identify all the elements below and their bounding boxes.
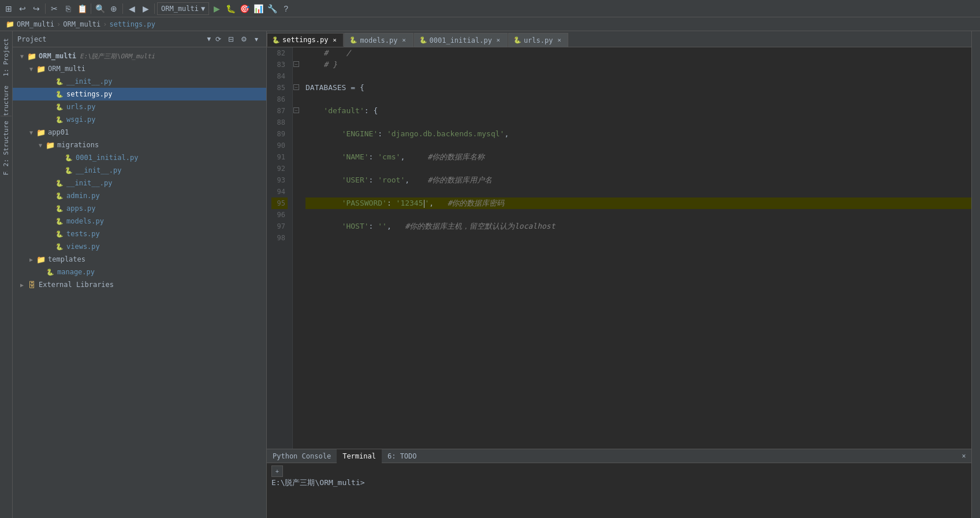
toolbar-btn-redo[interactable]: ↪ (30, 2, 43, 15)
breadcrumb: 📁 ORM_multi › ORM_multi › settings.py (0, 17, 980, 31)
code-editor[interactable]: 82 83 84 85 86 87 88 89 90 91 92 93 94 9… (267, 47, 971, 449)
panel-collapse-btn[interactable]: ⊟ (226, 34, 236, 44)
toolbar-btn-tools[interactable]: 🔧 (266, 2, 278, 15)
bottom-panel: Python Console Terminal 6: TODO × + E:\脱… (267, 449, 971, 518)
tree-item-init-migrations[interactable]: 🐍 __init__.py (13, 164, 266, 177)
tree-label-apps: apps.py (66, 204, 96, 213)
toolbar-btn-zoom-in[interactable]: ⊕ (107, 2, 120, 15)
ln-96: 96 (271, 209, 288, 221)
tree-label-manage: manage.py (57, 268, 95, 276)
ln-87: 87 (271, 105, 288, 117)
terminal-content[interactable]: + E:\脱产三期\ORM_multi> (267, 463, 971, 518)
tree-item-models[interactable]: 🐍 models.py (13, 215, 266, 228)
py-icon-views: 🐍 (54, 243, 65, 251)
tree-item-urls[interactable]: 🐍 urls.py (13, 100, 266, 113)
toolbar-btn-help[interactable]: ? (280, 2, 292, 15)
toolbar-btn-grid[interactable]: ⊞ (2, 2, 15, 15)
folder-icon-templates: 📁 (36, 255, 46, 264)
tree-item-tests[interactable]: 🐍 tests.py (13, 228, 266, 240)
profile-button[interactable]: 📊 (252, 2, 264, 15)
ln-90: 90 (271, 140, 288, 151)
tab-settings[interactable]: 🐍 settings.py × (267, 33, 344, 47)
panel-dropdown-arrow[interactable]: ▼ (207, 35, 211, 43)
gutter-91 (293, 151, 301, 163)
toolbar-btn-paste[interactable]: 📋 (76, 2, 88, 15)
ln-85: 85 (271, 82, 288, 94)
tree-item-manage[interactable]: 🐍 manage.py (13, 266, 266, 278)
tree-label-root: ORM_multi (39, 52, 76, 60)
tab-close-settings[interactable]: × (330, 36, 338, 44)
code-line-84 (305, 70, 971, 82)
right-strip (971, 31, 980, 518)
tree-label-views: views.py (66, 243, 100, 251)
tree-item-views[interactable]: 🐍 views.py (13, 240, 266, 253)
tree-item-init-app01[interactable]: 🐍 __init__.py (13, 177, 266, 189)
tab-initial[interactable]: 🐍 0001_initial.py × (414, 33, 508, 47)
tree-item-init1[interactable]: 🐍 __init__.py (13, 75, 266, 88)
toolbar-btn-copy[interactable]: ⎘ (62, 2, 74, 15)
ext-icon: 🗄 (27, 281, 37, 289)
code-line-88 (305, 117, 971, 128)
bottom-tabs: Python Console Terminal 6: TODO × (267, 449, 971, 463)
tree-item-templates[interactable]: ▶ 📁 templates (13, 253, 266, 266)
tree-label-init-app01: __init__.py (66, 179, 112, 187)
tree-item-wsgi[interactable]: 🐍 wsgi.py (13, 113, 266, 126)
gutter-95 (293, 197, 301, 209)
breadcrumb-item-1[interactable]: ORM_multi (17, 20, 54, 28)
tab-close-models[interactable]: × (400, 36, 408, 44)
breadcrumb-root[interactable]: 📁 (6, 20, 14, 28)
toolbar-btn-prev[interactable]: ◀ (125, 2, 138, 15)
tree-item-apps[interactable]: 🐍 apps.py (13, 202, 266, 215)
separator-1 (45, 3, 46, 14)
ln-86: 86 (271, 94, 288, 105)
panel-settings-btn[interactable]: ⚙ (239, 34, 249, 44)
tree-item-migrations[interactable]: ▼ 📁 migrations (13, 139, 266, 151)
tab-close-urls[interactable]: × (555, 36, 563, 44)
tree-item-ext-libs[interactable]: ▶ 🗄 External Libraries (13, 278, 266, 291)
panel-sync-btn[interactable]: ⟳ (213, 34, 223, 44)
ln-95: 95 (271, 197, 288, 209)
toolbar-btn-next[interactable]: ▶ (139, 2, 152, 15)
folder-icon-root: 📁 (27, 52, 37, 61)
debug-button[interactable]: 🐛 (224, 2, 237, 15)
code-line-94 (305, 186, 971, 197)
terminal-add-btn[interactable]: + (271, 465, 283, 477)
fold-close-83[interactable]: − (293, 61, 299, 67)
fold-open-85[interactable]: − (293, 84, 299, 90)
tab-icon-settings: 🐍 (272, 36, 280, 44)
py-icon-urls: 🐍 (54, 103, 65, 111)
fold-open-87[interactable]: − (293, 107, 299, 113)
breadcrumb-item-2[interactable]: ORM_multi (63, 20, 100, 28)
bottom-panel-close[interactable]: × (959, 451, 969, 461)
tree-item-root[interactable]: ▼ 📁 ORM_multi E:\脱产三期\ORM_multi (13, 50, 266, 62)
bottom-tab-python-console[interactable]: Python Console (267, 449, 337, 463)
code-line-89: 'ENGINE': 'django.db.backends.mysql', (305, 128, 971, 140)
run-button[interactable]: ▶ (210, 2, 223, 15)
coverage-button[interactable]: 🎯 (238, 2, 251, 15)
panel-gear-btn[interactable]: ▾ (251, 34, 262, 44)
toolbar-btn-back[interactable]: 🔍 (94, 2, 106, 15)
code-text-90 (305, 140, 310, 151)
run-config-dropdown[interactable]: ORM_multi ▼ (157, 2, 209, 15)
tree-label-init-mig: __init__.py (76, 166, 121, 174)
tab-close-initial[interactable]: × (494, 36, 502, 44)
breadcrumb-item-3[interactable]: settings.py (110, 20, 155, 28)
side-label-structure[interactable]: 2: Structure (1, 115, 12, 171)
tree-item-app01[interactable]: ▼ 📁 app01 (13, 126, 266, 139)
code-content[interactable]: # / # } DATABASES = { (301, 47, 971, 449)
code-text-87: 'default': { (305, 105, 378, 117)
py-icon-manage: 🐍 (45, 269, 55, 276)
strip-label-project[interactable]: 1: Project (2, 38, 10, 76)
bottom-tab-terminal[interactable]: Terminal (337, 449, 382, 463)
tab-urls[interactable]: 🐍 urls.py × (508, 33, 569, 47)
tree-item-settings[interactable]: 🐍 settings.py (13, 88, 266, 100)
tree-item-orm-multi[interactable]: ▼ 📁 ORM_multi (13, 62, 266, 75)
tree-item-admin[interactable]: 🐍 admin.py (13, 189, 266, 202)
breadcrumb-sep-1: › (57, 20, 61, 28)
tab-models[interactable]: 🐍 models.py × (344, 33, 413, 47)
code-text-84 (305, 70, 310, 82)
toolbar-btn-undo[interactable]: ↩ (16, 2, 29, 15)
tree-item-initial[interactable]: 🐍 0001_initial.py (13, 151, 266, 164)
toolbar-btn-cut[interactable]: ✂ (48, 2, 61, 15)
bottom-tab-todo[interactable]: 6: TODO (382, 449, 423, 463)
